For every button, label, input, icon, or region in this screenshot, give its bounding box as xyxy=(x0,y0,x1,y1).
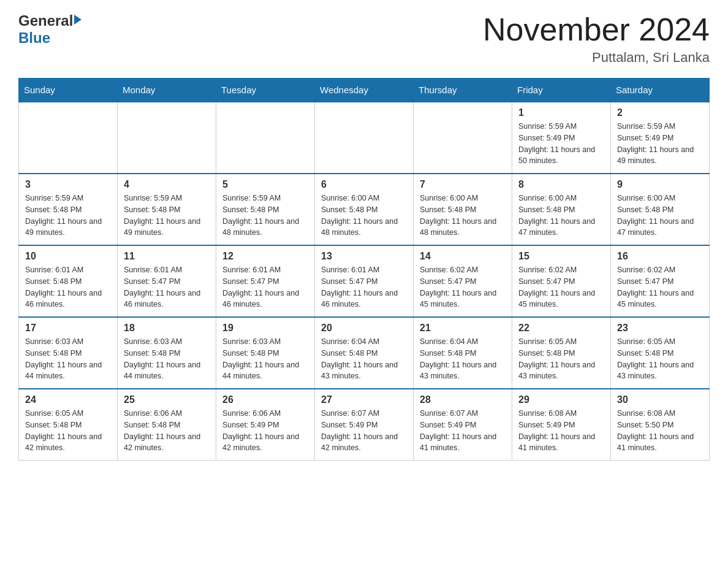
day-info: Sunrise: 6:01 AM Sunset: 5:47 PM Dayligh… xyxy=(321,264,407,310)
day-number: 16 xyxy=(617,251,703,262)
day-number: 13 xyxy=(321,251,407,262)
weekday-header-thursday: Thursday xyxy=(414,79,512,102)
day-number: 29 xyxy=(518,394,604,405)
day-number: 20 xyxy=(321,323,407,334)
logo: General Blue xyxy=(18,12,82,47)
calendar-cell: 2Sunrise: 5:59 AM Sunset: 5:49 PM Daylig… xyxy=(611,102,710,174)
day-info: Sunrise: 6:06 AM Sunset: 5:48 PM Dayligh… xyxy=(124,408,210,454)
week-row-1: 1Sunrise: 5:59 AM Sunset: 5:49 PM Daylig… xyxy=(19,102,710,174)
title-block: November 2024 Puttalam, Sri Lanka xyxy=(483,12,710,66)
day-info: Sunrise: 6:01 AM Sunset: 5:47 PM Dayligh… xyxy=(124,264,210,310)
weekday-header-friday: Friday xyxy=(512,79,611,102)
calendar-cell: 4Sunrise: 5:59 AM Sunset: 5:48 PM Daylig… xyxy=(118,174,216,245)
calendar-cell: 6Sunrise: 6:00 AM Sunset: 5:48 PM Daylig… xyxy=(315,174,414,245)
day-info: Sunrise: 5:59 AM Sunset: 5:48 PM Dayligh… xyxy=(124,193,210,239)
day-info: Sunrise: 5:59 AM Sunset: 5:49 PM Dayligh… xyxy=(617,121,703,167)
calendar-cell: 14Sunrise: 6:02 AM Sunset: 5:47 PM Dayli… xyxy=(414,245,512,317)
week-row-5: 24Sunrise: 6:05 AM Sunset: 5:48 PM Dayli… xyxy=(19,389,710,461)
day-number: 6 xyxy=(321,179,407,190)
day-info: Sunrise: 6:00 AM Sunset: 5:48 PM Dayligh… xyxy=(617,193,703,239)
calendar-cell: 16Sunrise: 6:02 AM Sunset: 5:47 PM Dayli… xyxy=(611,245,710,317)
day-info: Sunrise: 5:59 AM Sunset: 5:49 PM Dayligh… xyxy=(518,121,604,167)
calendar-cell: 22Sunrise: 6:05 AM Sunset: 5:48 PM Dayli… xyxy=(512,317,611,389)
day-info: Sunrise: 6:03 AM Sunset: 5:48 PM Dayligh… xyxy=(25,336,111,382)
weekday-header-tuesday: Tuesday xyxy=(216,79,315,102)
day-info: Sunrise: 6:04 AM Sunset: 5:48 PM Dayligh… xyxy=(321,336,407,382)
day-info: Sunrise: 6:01 AM Sunset: 5:48 PM Dayligh… xyxy=(25,264,111,310)
week-row-4: 17Sunrise: 6:03 AM Sunset: 5:48 PM Dayli… xyxy=(19,317,710,389)
weekday-header-wednesday: Wednesday xyxy=(315,79,414,102)
day-number: 2 xyxy=(617,107,703,118)
day-number: 1 xyxy=(518,107,604,118)
day-number: 30 xyxy=(617,394,703,405)
day-number: 25 xyxy=(124,394,210,405)
calendar-cell: 23Sunrise: 6:05 AM Sunset: 5:48 PM Dayli… xyxy=(611,317,710,389)
calendar-cell: 26Sunrise: 6:06 AM Sunset: 5:49 PM Dayli… xyxy=(216,389,315,461)
calendar-cell: 20Sunrise: 6:04 AM Sunset: 5:48 PM Dayli… xyxy=(315,317,414,389)
day-info: Sunrise: 5:59 AM Sunset: 5:48 PM Dayligh… xyxy=(25,193,111,239)
day-number: 9 xyxy=(617,179,703,190)
calendar-cell: 12Sunrise: 6:01 AM Sunset: 5:47 PM Dayli… xyxy=(216,245,315,317)
weekday-header-sunday: Sunday xyxy=(19,79,118,102)
calendar-cell: 30Sunrise: 6:08 AM Sunset: 5:50 PM Dayli… xyxy=(611,389,710,461)
weekday-header-row: SundayMondayTuesdayWednesdayThursdayFrid… xyxy=(19,79,710,102)
day-info: Sunrise: 6:05 AM Sunset: 5:48 PM Dayligh… xyxy=(25,408,111,454)
day-info: Sunrise: 6:07 AM Sunset: 5:49 PM Dayligh… xyxy=(321,408,407,454)
calendar-cell: 19Sunrise: 6:03 AM Sunset: 5:48 PM Dayli… xyxy=(216,317,315,389)
calendar-cell xyxy=(315,102,414,174)
calendar-cell: 25Sunrise: 6:06 AM Sunset: 5:48 PM Dayli… xyxy=(118,389,216,461)
calendar-cell: 17Sunrise: 6:03 AM Sunset: 5:48 PM Dayli… xyxy=(19,317,118,389)
calendar-cell xyxy=(19,102,118,174)
day-number: 28 xyxy=(420,394,506,405)
weekday-header-saturday: Saturday xyxy=(611,79,710,102)
day-number: 14 xyxy=(420,251,506,262)
day-number: 18 xyxy=(124,323,210,334)
calendar-cell xyxy=(216,102,315,174)
calendar-cell: 21Sunrise: 6:04 AM Sunset: 5:48 PM Dayli… xyxy=(414,317,512,389)
calendar-cell xyxy=(414,102,512,174)
calendar-cell: 15Sunrise: 6:02 AM Sunset: 5:47 PM Dayli… xyxy=(512,245,611,317)
day-info: Sunrise: 6:02 AM Sunset: 5:47 PM Dayligh… xyxy=(420,264,506,310)
day-number: 8 xyxy=(518,179,604,190)
page-header: General Blue November 2024 Puttalam, Sri… xyxy=(18,12,710,66)
day-info: Sunrise: 6:07 AM Sunset: 5:49 PM Dayligh… xyxy=(420,408,506,454)
day-number: 4 xyxy=(124,179,210,190)
day-number: 10 xyxy=(25,251,111,262)
day-number: 19 xyxy=(222,323,308,334)
calendar-cell: 28Sunrise: 6:07 AM Sunset: 5:49 PM Dayli… xyxy=(414,389,512,461)
day-number: 15 xyxy=(518,251,604,262)
day-number: 24 xyxy=(25,394,111,405)
calendar-cell: 7Sunrise: 6:00 AM Sunset: 5:48 PM Daylig… xyxy=(414,174,512,245)
location-text: Puttalam, Sri Lanka xyxy=(483,50,710,66)
day-number: 23 xyxy=(617,323,703,334)
day-info: Sunrise: 6:08 AM Sunset: 5:50 PM Dayligh… xyxy=(617,408,703,454)
day-number: 12 xyxy=(222,251,308,262)
logo-blue-text: Blue xyxy=(18,29,50,47)
day-info: Sunrise: 6:00 AM Sunset: 5:48 PM Dayligh… xyxy=(518,193,604,239)
day-number: 5 xyxy=(222,179,308,190)
calendar-cell: 10Sunrise: 6:01 AM Sunset: 5:48 PM Dayli… xyxy=(19,245,118,317)
month-title: November 2024 xyxy=(483,12,710,47)
week-row-3: 10Sunrise: 6:01 AM Sunset: 5:48 PM Dayli… xyxy=(19,245,710,317)
day-info: Sunrise: 6:02 AM Sunset: 5:47 PM Dayligh… xyxy=(617,264,703,310)
calendar-cell: 24Sunrise: 6:05 AM Sunset: 5:48 PM Dayli… xyxy=(19,389,118,461)
day-info: Sunrise: 5:59 AM Sunset: 5:48 PM Dayligh… xyxy=(222,193,308,239)
week-row-2: 3Sunrise: 5:59 AM Sunset: 5:48 PM Daylig… xyxy=(19,174,710,245)
day-info: Sunrise: 6:00 AM Sunset: 5:48 PM Dayligh… xyxy=(321,193,407,239)
day-number: 26 xyxy=(222,394,308,405)
calendar-cell: 1Sunrise: 5:59 AM Sunset: 5:49 PM Daylig… xyxy=(512,102,611,174)
day-number: 7 xyxy=(420,179,506,190)
day-info: Sunrise: 6:03 AM Sunset: 5:48 PM Dayligh… xyxy=(222,336,308,382)
calendar-cell: 11Sunrise: 6:01 AM Sunset: 5:47 PM Dayli… xyxy=(118,245,216,317)
logo-arrow-icon xyxy=(74,15,82,25)
day-number: 22 xyxy=(518,323,604,334)
day-info: Sunrise: 6:02 AM Sunset: 5:47 PM Dayligh… xyxy=(518,264,604,310)
calendar-cell: 3Sunrise: 5:59 AM Sunset: 5:48 PM Daylig… xyxy=(19,174,118,245)
calendar-cell: 29Sunrise: 6:08 AM Sunset: 5:49 PM Dayli… xyxy=(512,389,611,461)
day-info: Sunrise: 6:04 AM Sunset: 5:48 PM Dayligh… xyxy=(420,336,506,382)
day-info: Sunrise: 6:01 AM Sunset: 5:47 PM Dayligh… xyxy=(222,264,308,310)
day-info: Sunrise: 6:08 AM Sunset: 5:49 PM Dayligh… xyxy=(518,408,604,454)
calendar-cell: 13Sunrise: 6:01 AM Sunset: 5:47 PM Dayli… xyxy=(315,245,414,317)
day-info: Sunrise: 6:06 AM Sunset: 5:49 PM Dayligh… xyxy=(222,408,308,454)
day-info: Sunrise: 6:05 AM Sunset: 5:48 PM Dayligh… xyxy=(518,336,604,382)
